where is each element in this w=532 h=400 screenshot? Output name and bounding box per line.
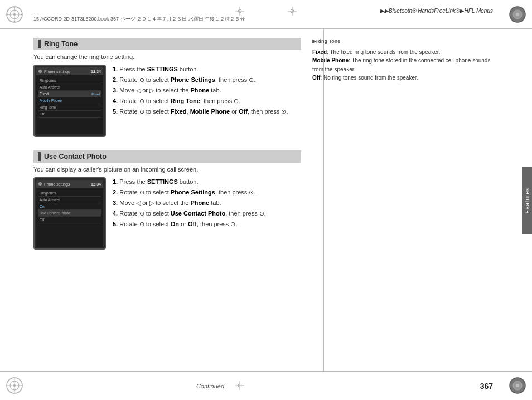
- screen-phone-label-2: Phone settings: [44, 182, 89, 186]
- contact-photo-screen: Phone settings 12:34 Ringtones Auto Answ…: [33, 177, 106, 250]
- cp-step-1: 1. Press the SETTINGS button.: [113, 177, 301, 187]
- menu-item: Mobile Phone: [38, 97, 101, 104]
- top-crosshair-right: [287, 6, 298, 17]
- screen-topbar-2: Phone settings 12:34: [36, 180, 103, 188]
- contact-photo-title: Use Contact Photo: [44, 153, 107, 160]
- screen-content-2: Ringtones Auto Answer On Use Contact Pho…: [36, 188, 103, 226]
- contact-photo-body: Phone settings 12:34 Ringtones Auto Answ…: [33, 177, 301, 250]
- ucp-label: Use Contact Photo: [40, 211, 70, 215]
- cp-step-5: 5. Rotate ⊙ to select On or Off, then pr…: [113, 219, 301, 229]
- menu-item-on: On: [38, 203, 101, 210]
- step-5: 5. Rotate ⊙ to select Fixed, Mobile Phon…: [113, 107, 301, 116]
- step-4: 4. Rotate ⊙ to select Ring Tone, then pr…: [113, 96, 301, 106]
- ring-tone-intro: You can change the ring tone setting.: [33, 53, 301, 60]
- ring-tone-steps: 1. Press the SETTINGS button. 2. Rotate …: [113, 65, 301, 137]
- continued-label: Continued: [196, 383, 224, 389]
- contact-photo-header: Use Contact Photo: [33, 150, 301, 163]
- screen-dot-2: [38, 182, 42, 186]
- screen-topbar: Phone settings 12:34: [36, 67, 103, 75]
- section-bar-icon-2: [38, 152, 41, 161]
- ring-tone-body: Phone settings 12:34 Ringtones Auto Answ…: [33, 65, 301, 137]
- cp-step-2: 2. Rotate ⊙ to select Phone Settings, th…: [113, 188, 301, 197]
- right-column: ▶Ring Tone Fixed: The fixed ring tone so…: [312, 29, 499, 371]
- step-3: 3. Move ◁ or ▷ to select the Phone tab.: [113, 86, 301, 95]
- menu-item-r: Ringtones: [38, 190, 101, 197]
- cp-step-4: 4. Rotate ⊙ to select Use Contact Photo,…: [113, 209, 301, 218]
- bottom-crosshair-left: [234, 380, 245, 391]
- fixed-label: Fixed: [40, 92, 49, 96]
- ring-tone-section: Ring Tone You can change the ring tone s…: [33, 38, 301, 137]
- menu-item: Ringtones: [38, 77, 101, 84]
- menu-item: Auto Answer: [38, 84, 101, 91]
- right-section-label: ▶Ring Tone: [312, 38, 499, 46]
- section-bar-icon: [38, 40, 41, 48]
- screen-time-2: 12:34: [91, 182, 101, 186]
- top-crosshair-left: [234, 6, 245, 17]
- ring-tone-header: Ring Tone: [33, 38, 301, 50]
- left-column: Ring Tone You can change the ring tone s…: [33, 29, 301, 371]
- menu-item-off: Off: [38, 111, 101, 118]
- menu-item-selected: Fixed Fixed: [38, 91, 101, 97]
- bottom-bar: Continued 367: [0, 371, 532, 400]
- screen-content: Ringtones Auto Answer Fixed Fixed Mobile…: [36, 75, 103, 120]
- features-tab: Features: [522, 167, 532, 234]
- main-content: Ring Tone You can change the ring tone s…: [33, 29, 499, 371]
- contact-photo-intro: You can display a caller's picture on an…: [33, 166, 301, 173]
- file-info: 15 ACCORD 2D-31T3L6200.book 367 ページ ２０１４…: [33, 16, 499, 23]
- step-2: 2. Rotate ⊙ to select Phone Settings, th…: [113, 75, 301, 85]
- right-note: Fixed: The fixed ring tone sounds from t…: [312, 48, 499, 82]
- menu-item-ringtone: Ring Tone: [38, 104, 101, 111]
- top-bar: 15 ACCORD 2D-31T3L6200.book 367 ページ ２０１４…: [0, 0, 532, 29]
- ring-tone-title: Ring Tone: [44, 40, 78, 48]
- menu-item-off2: Off: [38, 217, 101, 223]
- cp-step-3: 3. Move ◁ or ▷ to select the Phone tab.: [113, 198, 301, 208]
- breadcrumb: ▶▶Bluetooth® HandsFreeLink®▶HFL Menus: [380, 8, 493, 14]
- page-number: 367: [480, 382, 493, 391]
- screen-phone-label: Phone settings: [44, 70, 89, 74]
- menu-item-ucp: Use Contact Photo: [38, 210, 101, 217]
- fixed-value: Fixed: [91, 92, 100, 96]
- ring-tone-label: Ring Tone: [40, 105, 56, 109]
- use-contact-photo-section: Use Contact Photo You can display a call…: [33, 150, 301, 250]
- contact-photo-steps: 1. Press the SETTINGS button. 2. Rotate …: [113, 177, 301, 250]
- step-1: 1. Press the SETTINGS button.: [113, 65, 301, 74]
- features-label: Features: [524, 187, 530, 213]
- screen-dot: [38, 70, 42, 73]
- menu-item-aa: Auto Answer: [38, 197, 101, 203]
- ring-tone-screen: Phone settings 12:34 Ringtones Auto Answ…: [33, 65, 106, 137]
- screen-time: 12:34: [91, 70, 101, 74]
